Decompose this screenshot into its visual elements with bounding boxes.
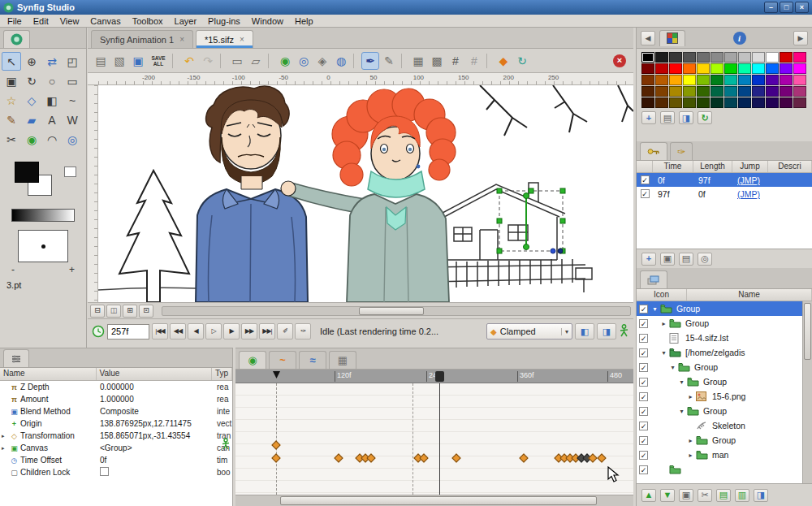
- current-time-input[interactable]: [107, 324, 149, 339]
- time-cursor-handle[interactable]: [435, 371, 444, 382]
- palette-swatch[interactable]: [780, 86, 793, 97]
- panel-nav-left-icon[interactable]: ◀: [641, 31, 655, 45]
- palette-swatch[interactable]: [738, 52, 751, 63]
- param-row[interactable]: ▣Blend MethodCompositeinte: [0, 405, 232, 417]
- animate-mode-icon[interactable]: [619, 324, 629, 339]
- palette-swatch[interactable]: [683, 63, 696, 74]
- param-row[interactable]: ▸▣Canvas<Group>can: [0, 442, 232, 454]
- menu-file[interactable]: File: [2, 16, 28, 26]
- tab-children[interactable]: ≈: [299, 351, 326, 369]
- palette-swatch[interactable]: [683, 52, 696, 63]
- tool-fill[interactable]: ▰: [22, 110, 41, 129]
- layer-row[interactable]: ✓▸15-6.png: [637, 389, 802, 404]
- param-row[interactable]: ▢Children Lockboo: [0, 466, 232, 478]
- palette-swatch[interactable]: [669, 52, 682, 63]
- keyframes-header-check[interactable]: [637, 161, 653, 172]
- tool-rotate[interactable]: ↻: [22, 71, 41, 90]
- params-header-value[interactable]: Value: [97, 368, 212, 380]
- palette-swatch[interactable]: [655, 75, 668, 85]
- param-row[interactable]: πAmount1.000000rea: [0, 393, 232, 405]
- interpolation-dropdown[interactable]: ◆ Clamped ▾: [486, 323, 572, 339]
- layer-checkbox[interactable]: ✓: [639, 348, 648, 357]
- tab-close-icon[interactable]: ×: [240, 35, 244, 44]
- palette-swatch[interactable]: [752, 97, 765, 108]
- layer-checkbox[interactable]: ✓: [639, 334, 648, 343]
- palette-swatch[interactable]: [655, 63, 668, 74]
- layer-row[interactable]: ✓Skeleton: [637, 418, 802, 433]
- panel-nav-right-icon[interactable]: ▶: [793, 31, 808, 45]
- palette-swatch[interactable]: [697, 63, 710, 74]
- expander-icon[interactable]: ▸: [2, 445, 8, 452]
- tool-transform[interactable]: ↖: [2, 52, 21, 71]
- layers-header-icon[interactable]: Icon: [637, 289, 687, 301]
- palette-swatch[interactable]: [752, 52, 765, 63]
- new-document-button[interactable]: ▤: [92, 52, 110, 70]
- expander-icon[interactable]: ▾: [669, 364, 676, 371]
- keyframe-diamond[interactable]: [366, 453, 375, 462]
- tool-circle[interactable]: ○: [42, 71, 62, 90]
- save-all-button[interactable]: SAVE ALL: [148, 52, 169, 70]
- tool-width[interactable]: W: [63, 110, 82, 129]
- canvas-tab[interactable]: *15.sifz×: [196, 30, 253, 48]
- palette-swatch[interactable]: [683, 75, 696, 85]
- palette-swatch[interactable]: [724, 52, 737, 63]
- layers-header-name[interactable]: Name: [687, 289, 812, 301]
- checkbox[interactable]: [100, 467, 109, 476]
- measure-button[interactable]: ▭: [228, 52, 246, 70]
- layer-row[interactable]: ✓▸Group: [637, 316, 802, 331]
- keyframe-jump-link[interactable]: (JMP): [732, 189, 768, 199]
- palette-swatch[interactable]: [697, 75, 710, 85]
- palette-swatch[interactable]: [780, 63, 793, 74]
- menu-view[interactable]: View: [54, 16, 85, 26]
- palette-swatch[interactable]: [766, 63, 779, 74]
- tab-palette[interactable]: [659, 30, 685, 46]
- keyframe-diamond[interactable]: [271, 440, 280, 449]
- tab-layers[interactable]: [640, 270, 667, 288]
- params-header-type[interactable]: Typ: [212, 368, 232, 380]
- expander-icon[interactable]: ▾: [651, 305, 659, 313]
- tool-duplicate[interactable]: ▣: [2, 71, 21, 90]
- decrease-brush-button[interactable]: -: [11, 264, 15, 275]
- keyframe-diamond[interactable]: [588, 453, 597, 462]
- stop-render-button[interactable]: ×: [613, 54, 626, 67]
- open-palette-button[interactable]: ▤: [660, 111, 675, 124]
- palette-swatch[interactable]: [669, 75, 682, 85]
- menu-edit[interactable]: Edit: [28, 16, 54, 26]
- palette-swatch[interactable]: [641, 97, 654, 108]
- layer-checkbox[interactable]: ✓: [639, 451, 648, 460]
- param-row[interactable]: ▸◇Transformation158.865071px,-31.43554tr…: [0, 430, 232, 442]
- tool-star[interactable]: ☆: [2, 91, 21, 110]
- menu-toolbox[interactable]: Toolbox: [127, 16, 169, 26]
- palette-swatch[interactable]: [697, 86, 710, 97]
- toggle-grid-button[interactable]: ▦: [409, 52, 427, 70]
- expander-icon[interactable]: ▾: [678, 408, 685, 415]
- add-color-button[interactable]: +: [641, 111, 656, 124]
- layer-row[interactable]: ✓▾Group: [637, 374, 802, 389]
- minimize-button[interactable]: –: [764, 2, 778, 13]
- canvas-area[interactable]: [98, 85, 633, 302]
- palette-swatch[interactable]: [793, 75, 806, 85]
- keyframe-diamond[interactable]: [597, 453, 606, 462]
- palette-swatch[interactable]: [710, 63, 723, 74]
- tool-mirror[interactable]: ⇄: [42, 52, 62, 71]
- menu-canvas[interactable]: Canvas: [84, 16, 126, 26]
- keyframes-header-length[interactable]: Length: [693, 161, 732, 172]
- layer-checkbox[interactable]: ✓: [639, 305, 648, 314]
- play-button[interactable]: ▷: [205, 323, 222, 339]
- tool-polygon[interactable]: ◇: [22, 91, 41, 110]
- background-render-button[interactable]: ◆: [495, 52, 512, 70]
- seek-end-button[interactable]: ▶▶|: [259, 323, 275, 339]
- checkbox[interactable]: ✓: [641, 189, 650, 198]
- brush-preview[interactable]: [18, 230, 68, 262]
- seek-begin-button[interactable]: |◀◀: [152, 323, 168, 339]
- expander-icon[interactable]: ▸: [687, 393, 694, 400]
- tool-spline[interactable]: ~: [63, 91, 82, 110]
- keyframe-jump-link[interactable]: (JMP): [732, 175, 768, 185]
- palette-swatch[interactable]: [641, 75, 654, 85]
- tool-cutout[interactable]: ✂: [2, 130, 21, 149]
- layers-scrollbar[interactable]: [802, 301, 812, 483]
- duplicate-keyframe-button[interactable]: ▣: [660, 253, 675, 266]
- params-header-name[interactable]: Name: [0, 368, 97, 380]
- palette-swatch[interactable]: [738, 75, 751, 85]
- foreground-color-swatch[interactable]: [15, 162, 39, 183]
